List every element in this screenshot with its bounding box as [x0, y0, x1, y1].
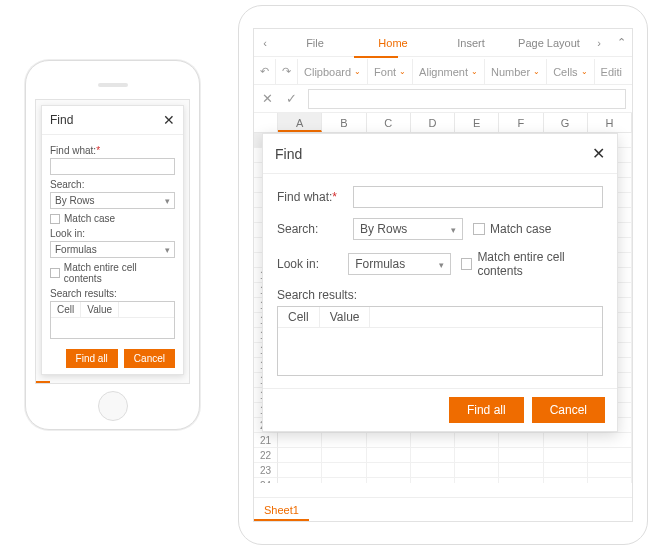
- cell[interactable]: [499, 448, 543, 462]
- tablet-screen: ‹ File Home Insert Page Layout › ⌃ ↶ ↷ C…: [253, 28, 633, 522]
- sheet-tab[interactable]: Sheet1: [254, 501, 309, 521]
- column-header[interactable]: H: [588, 113, 632, 132]
- formula-accept-icon[interactable]: ✓: [284, 91, 298, 106]
- cell[interactable]: [499, 433, 543, 447]
- row-header[interactable]: 24: [254, 478, 278, 483]
- redo-button[interactable]: ↷: [276, 59, 298, 84]
- find-what-input[interactable]: [50, 158, 175, 175]
- cell[interactable]: [278, 478, 322, 483]
- cell[interactable]: [322, 478, 366, 483]
- close-icon[interactable]: ✕: [592, 144, 605, 163]
- cell[interactable]: [411, 433, 455, 447]
- find-all-button[interactable]: Find all: [66, 349, 118, 368]
- search-dropdown[interactable]: By Rows: [50, 192, 175, 209]
- look-in-label: Look in:: [50, 228, 175, 239]
- cell[interactable]: [322, 433, 366, 447]
- match-entire-checkbox[interactable]: Match entire cell contents: [461, 250, 603, 278]
- chevron-down-icon: ⌄: [354, 67, 361, 76]
- find-what-label: Find what:*: [50, 145, 175, 156]
- cell[interactable]: [322, 463, 366, 477]
- search-dropdown[interactable]: By Rows: [353, 218, 463, 240]
- tabs-next-icon[interactable]: ›: [588, 37, 610, 49]
- match-case-checkbox[interactable]: Match case: [50, 213, 175, 224]
- column-header[interactable]: D: [411, 113, 455, 132]
- formula-cancel-icon[interactable]: ✕: [260, 91, 274, 106]
- close-icon[interactable]: ✕: [163, 112, 175, 128]
- cell[interactable]: [544, 433, 588, 447]
- cell[interactable]: [278, 448, 322, 462]
- chevron-down-icon: [451, 222, 456, 236]
- cancel-button[interactable]: Cancel: [532, 397, 605, 423]
- tab-page-layout[interactable]: Page Layout: [510, 37, 588, 49]
- tabs-prev-icon[interactable]: ‹: [254, 37, 276, 49]
- phone-frame: Find ✕ Find what:* Search: By Rows Match…: [25, 60, 200, 430]
- match-entire-checkbox[interactable]: Match entire cell contents: [50, 262, 175, 284]
- look-in-label: Look in:: [277, 257, 338, 271]
- match-case-checkbox[interactable]: Match case: [473, 222, 551, 236]
- tab-file[interactable]: File: [276, 37, 354, 49]
- undo-button[interactable]: ↶: [254, 59, 276, 84]
- row-header[interactable]: 21: [254, 433, 278, 448]
- cancel-button[interactable]: Cancel: [124, 349, 175, 368]
- cell[interactable]: [367, 463, 411, 477]
- look-in-dropdown[interactable]: Formulas: [50, 241, 175, 258]
- clipboard-group[interactable]: Clipboard⌄: [298, 59, 368, 84]
- cell[interactable]: [588, 433, 632, 447]
- ribbon-collapse-icon[interactable]: ⌃: [610, 36, 632, 49]
- cell[interactable]: [499, 478, 543, 483]
- cell[interactable]: [544, 478, 588, 483]
- ribbon-tabs: ‹ File Home Insert Page Layout › ⌃: [254, 29, 632, 57]
- cell[interactable]: [411, 448, 455, 462]
- column-header[interactable]: C: [367, 113, 411, 132]
- cell[interactable]: [455, 433, 499, 447]
- number-group[interactable]: Number⌄: [485, 59, 547, 84]
- cell[interactable]: [455, 478, 499, 483]
- cell[interactable]: [588, 448, 632, 462]
- cells-group[interactable]: Cells⌄: [547, 59, 594, 84]
- column-header[interactable]: G: [544, 113, 588, 132]
- cell[interactable]: [455, 463, 499, 477]
- row-header[interactable]: 23: [254, 463, 278, 478]
- tab-insert[interactable]: Insert: [432, 37, 510, 49]
- results-table: Cell Value: [277, 306, 603, 376]
- match-entire-label: Match entire cell contents: [64, 262, 175, 284]
- column-header[interactable]: B: [322, 113, 366, 132]
- cell[interactable]: [588, 478, 632, 483]
- editing-group[interactable]: Editi: [595, 59, 628, 84]
- font-group[interactable]: Font⌄: [368, 59, 413, 84]
- results-col-value: Value: [320, 307, 371, 327]
- dialog-header: Find ✕: [42, 106, 183, 135]
- chevron-down-icon: ⌄: [399, 67, 406, 76]
- cell[interactable]: [367, 478, 411, 483]
- cell[interactable]: [367, 433, 411, 447]
- grid-row: 22: [254, 448, 632, 463]
- column-header[interactable]: A: [278, 113, 322, 132]
- row-cells: [278, 448, 632, 463]
- find-all-button[interactable]: Find all: [449, 397, 524, 423]
- formula-input[interactable]: [308, 89, 626, 109]
- cell[interactable]: [411, 478, 455, 483]
- alignment-group[interactable]: Alignment⌄: [413, 59, 485, 84]
- cell[interactable]: [278, 463, 322, 477]
- look-in-dropdown[interactable]: Formulas: [348, 253, 451, 275]
- column-header[interactable]: E: [455, 113, 499, 132]
- phone-home-button[interactable]: [98, 391, 128, 421]
- column-header[interactable]: F: [499, 113, 543, 132]
- cell[interactable]: [588, 463, 632, 477]
- cell[interactable]: [455, 448, 499, 462]
- cell[interactable]: [544, 448, 588, 462]
- cell[interactable]: [322, 448, 366, 462]
- cell[interactable]: [367, 448, 411, 462]
- row-header[interactable]: 22: [254, 448, 278, 463]
- tab-home[interactable]: Home: [354, 37, 432, 49]
- cell[interactable]: [411, 463, 455, 477]
- cell[interactable]: [278, 433, 322, 447]
- results-header: Cell Value: [278, 307, 602, 328]
- select-all-corner[interactable]: [254, 113, 278, 132]
- cell[interactable]: [544, 463, 588, 477]
- grid-row: 24: [254, 478, 632, 483]
- cell[interactable]: [499, 463, 543, 477]
- find-what-input[interactable]: [353, 186, 603, 208]
- results-label: Search results:: [50, 288, 175, 299]
- phone-screen: Find ✕ Find what:* Search: By Rows Match…: [35, 99, 190, 384]
